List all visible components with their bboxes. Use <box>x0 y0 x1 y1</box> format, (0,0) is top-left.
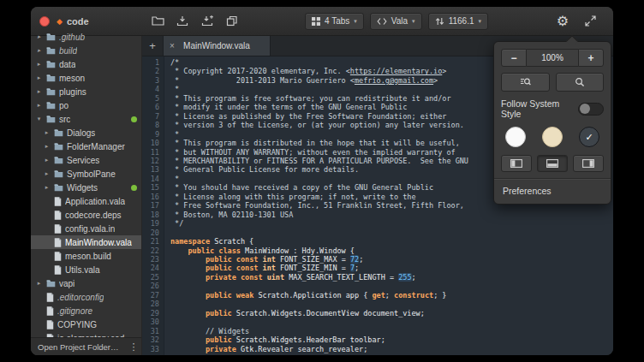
gear-icon: ⚙ <box>557 13 569 29</box>
goto-line-button[interactable]: 1166.1 ▾ <box>428 13 488 30</box>
tab-mainwindow-vala[interactable]: × MainWindow.vala <box>163 36 271 56</box>
tree-folder-Dialogs[interactable]: ▸Dialogs <box>31 126 141 139</box>
open-folder-button[interactable] <box>147 12 168 31</box>
save-button[interactable] <box>172 12 193 31</box>
tree-item-label: .gitignore <box>57 306 92 316</box>
chevron-right-icon[interactable]: ▸ <box>35 47 43 54</box>
open-project-folder-button[interactable]: Open Project Folder… <box>38 342 128 352</box>
line-number: 25 <box>142 273 159 282</box>
zoom-in-button[interactable]: + <box>578 49 604 67</box>
follow-system-style-row: Follow System Style <box>501 98 604 119</box>
zoom-out-button[interactable]: − <box>501 49 527 67</box>
line-number: 8 <box>142 121 159 129</box>
line-number: 12 <box>142 157 159 165</box>
tree-folder-Widgets[interactable]: ▸Widgets <box>31 181 141 194</box>
tree-file-COPYING[interactable]: COPYING <box>31 317 141 331</box>
fullscreen-button[interactable] <box>580 12 600 31</box>
tree-file-.editorconfig[interactable]: .editorconfig <box>31 290 141 304</box>
tree-file-Utils.vala[interactable]: Utils.vala <box>31 263 141 276</box>
tree-folder-plugins[interactable]: ▸plugins <box>31 85 141 98</box>
tree-file-MainWindow.vala[interactable]: MainWindow.vala <box>31 235 141 249</box>
language-selector-button[interactable]: Vala ▾ <box>370 13 422 30</box>
style-dark-option[interactable]: ✓ <box>579 127 599 147</box>
folder-icon <box>54 156 63 164</box>
tree-folder-.github[interactable]: ▸.github <box>31 30 141 44</box>
kebab-menu-icon[interactable]: ⋮ <box>128 341 140 353</box>
chevron-right-icon[interactable]: ▸ <box>43 184 51 191</box>
chevron-down-icon[interactable]: ▾ <box>35 116 43 122</box>
tree-file-meson.build[interactable]: meson.build <box>31 249 141 263</box>
tree-folder-src[interactable]: ▾src <box>31 112 141 126</box>
line-number: 19 <box>142 219 159 228</box>
tree-file-Application.vala[interactable]: Application.vala <box>31 194 141 208</box>
file-icon <box>54 238 62 247</box>
tree-folder-meson[interactable]: ▸meson <box>31 71 141 85</box>
code-line: public const int FONT_SIZE_MAX = 72; <box>170 255 613 264</box>
chevron-right-icon[interactable]: ▸ <box>35 61 43 68</box>
tree-folder-build[interactable]: ▸build <box>31 44 141 57</box>
save-as-button[interactable] <box>197 12 218 31</box>
open-folder-icon <box>152 15 164 27</box>
tabs-overview-button[interactable]: 4 Tabs ▾ <box>305 13 364 30</box>
chevron-right-icon[interactable]: ▸ <box>43 157 51 163</box>
templates-button[interactable] <box>222 12 242 31</box>
tree-folder-data[interactable]: ▸data <box>31 57 141 71</box>
find-in-document-button[interactable] <box>501 73 550 92</box>
project-name: code <box>67 16 89 27</box>
file-icon <box>54 224 62 234</box>
chevron-right-icon[interactable]: ▸ <box>35 280 43 287</box>
settings-popover: − 100% + <box>493 41 611 205</box>
line-number: 11 <box>142 148 159 157</box>
line-number: 23 <box>142 255 159 264</box>
file-icon <box>46 320 54 329</box>
chevron-right-icon[interactable]: ▸ <box>35 33 43 40</box>
layout-left-panel-button[interactable] <box>501 155 532 172</box>
line-number: 22 <box>142 246 159 255</box>
folder-icon <box>46 115 56 123</box>
tree-file-config.vala.in[interactable]: config.vala.in <box>31 222 141 235</box>
code-brackets-icon <box>377 17 387 26</box>
folder-icon <box>54 183 63 192</box>
tree-folder-SymbolPane[interactable]: ▸SymbolPane <box>31 167 141 181</box>
new-tab-button[interactable]: + <box>142 36 163 56</box>
tree-item-label: Application.vala <box>65 197 125 206</box>
tree-folder-vapi[interactable]: ▸vapi <box>31 276 141 290</box>
line-number: 7 <box>142 112 159 121</box>
tree-item-label: codecore.deps <box>65 211 122 220</box>
line-number: 4 <box>142 85 159 93</box>
line-number: 3 <box>142 76 159 85</box>
style-light-option[interactable] <box>505 127 526 147</box>
layout-split-panel-button[interactable] <box>537 155 568 172</box>
tree-file-io.elementary.code.yml[interactable]: io.elementary.code.yml <box>31 331 141 337</box>
tree-item-label: meson <box>59 74 85 83</box>
chevron-right-icon[interactable]: ▸ <box>43 143 51 150</box>
chevron-right-icon[interactable]: ▸ <box>43 170 51 177</box>
preferences-menu-item[interactable]: Preferences <box>501 184 604 197</box>
tree-folder-po[interactable]: ▸po <box>31 98 141 112</box>
window-close-button[interactable] <box>39 16 50 27</box>
follow-system-style-toggle[interactable] <box>578 103 604 116</box>
tree-file-codecore.deps[interactable]: codecore.deps <box>31 208 141 222</box>
line-number: 15 <box>142 183 159 192</box>
tree-item-label: FolderManager <box>67 142 125 151</box>
tree-file-.gitignore[interactable]: .gitignore <box>31 304 141 317</box>
tree-folder-Services[interactable]: ▸Services <box>31 153 141 167</box>
tree-folder-FolderManager[interactable]: ▸FolderManager <box>31 139 141 153</box>
line-number: 17 <box>142 201 159 210</box>
global-search-button[interactable] <box>556 73 605 92</box>
chevron-right-icon[interactable]: ▸ <box>43 129 51 136</box>
chevron-right-icon[interactable]: ▸ <box>35 102 43 109</box>
line-number: 24 <box>142 264 159 272</box>
line-number: 31 <box>142 327 159 335</box>
style-sepia-option[interactable] <box>542 127 563 147</box>
right-panel-icon <box>582 159 594 168</box>
code-line: public Scratch.Widgets.DocumentView docu… <box>170 309 613 317</box>
line-number: 2 <box>142 67 159 75</box>
chevron-right-icon[interactable]: ▸ <box>35 88 43 95</box>
tab-close-icon[interactable]: × <box>170 41 175 50</box>
layout-buttons-row <box>501 155 604 172</box>
settings-menu-button[interactable]: ⚙ <box>552 12 573 31</box>
layout-right-panel-button[interactable] <box>573 155 604 172</box>
style-selector-row: ✓ <box>501 127 604 147</box>
chevron-right-icon[interactable]: ▸ <box>35 74 43 81</box>
